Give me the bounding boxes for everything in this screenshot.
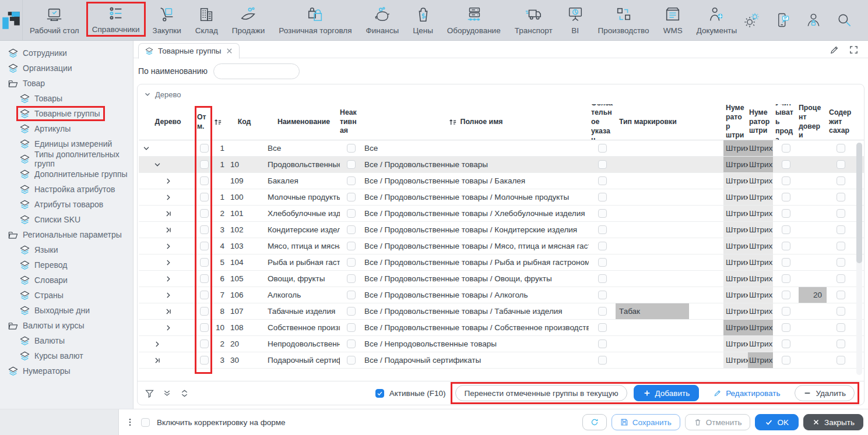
tree-collapse-icon[interactable] xyxy=(153,161,161,169)
row-mark-checkbox[interactable] xyxy=(200,356,209,365)
column-header-tree[interactable]: Дерево xyxy=(139,104,197,140)
sidebar-item[interactable]: Дополнительные группы xyxy=(0,167,133,182)
refresh-button[interactable] xyxy=(582,414,607,430)
tree-expand-icon[interactable] xyxy=(164,307,173,316)
column-header-numerator1[interactable]: Нумератор штри xyxy=(723,104,748,140)
row-required-checkbox[interactable] xyxy=(598,193,607,201)
row-account-checkbox[interactable] xyxy=(782,176,790,185)
tree-expand-icon[interactable] xyxy=(153,340,161,348)
table-row[interactable]: 6 105 Овощи, фрукты Все / Продовольствен… xyxy=(139,271,864,287)
topbar-item[interactable]: Цены xyxy=(406,0,440,40)
row-inactive-checkbox[interactable] xyxy=(347,356,356,365)
column-header-mark[interactable]: Отм. xyxy=(197,104,211,140)
name-filter-input[interactable] xyxy=(213,63,300,79)
topbar-item[interactable]: Рабочий стол xyxy=(23,0,86,40)
sidebar-item[interactable]: Товары xyxy=(0,91,133,106)
row-inactive-checkbox[interactable] xyxy=(347,291,356,299)
row-account-checkbox[interactable] xyxy=(782,323,790,332)
kebab-menu-icon[interactable] xyxy=(126,418,134,427)
table-row[interactable]: 3 102 Кондитерские изделия Все / Продово… xyxy=(139,222,864,238)
sidebar-item[interactable]: Валюты и курсы xyxy=(0,318,133,333)
row-required-checkbox[interactable] xyxy=(598,274,607,283)
tree-expand-icon[interactable] xyxy=(164,259,173,267)
user-account-icon[interactable] xyxy=(806,12,821,28)
row-mark-checkbox[interactable] xyxy=(200,160,209,169)
table-row[interactable]: 1 Все Все Штрих Штрих xyxy=(139,140,864,157)
topbar-item[interactable]: Закупки xyxy=(146,0,188,40)
topbar-item[interactable]: BI xyxy=(560,0,591,40)
row-inactive-checkbox[interactable] xyxy=(347,225,356,234)
save-button[interactable]: Сохранить xyxy=(612,414,680,430)
tree-expand-icon[interactable] xyxy=(164,275,173,283)
row-inactive-checkbox[interactable] xyxy=(347,176,356,185)
active-checkbox[interactable] xyxy=(375,389,384,398)
edit-button[interactable]: Редактировать xyxy=(705,385,788,401)
row-mark-checkbox[interactable] xyxy=(200,144,209,153)
row-inactive-checkbox[interactable] xyxy=(347,193,356,201)
row-sugar-checkbox[interactable] xyxy=(837,193,845,201)
row-account-checkbox[interactable] xyxy=(782,291,790,299)
sidebar-item[interactable]: Страны xyxy=(0,288,133,303)
column-header-inactive[interactable]: Неактивная xyxy=(340,104,362,140)
row-mark-checkbox[interactable] xyxy=(200,193,209,201)
row-required-checkbox[interactable] xyxy=(598,323,607,332)
row-inactive-checkbox[interactable] xyxy=(347,144,356,153)
tree-expand-icon[interactable] xyxy=(164,291,173,299)
search-icon[interactable] xyxy=(837,12,852,28)
row-account-checkbox[interactable] xyxy=(782,144,790,153)
correction-label[interactable]: Включить корректировку на форме xyxy=(157,418,286,427)
sidebar-item[interactable]: Выходные дни xyxy=(0,303,133,318)
topbar-item[interactable]: Склад xyxy=(188,0,225,40)
sidebar-item[interactable]: Типы дополнительных групп xyxy=(0,151,133,167)
add-button[interactable]: Добавить xyxy=(634,385,700,401)
fullscreen-icon[interactable] xyxy=(849,45,859,55)
row-account-checkbox[interactable] xyxy=(782,242,790,250)
table-row[interactable]: 4 103 Мясо, птица и мясная гастрономия В… xyxy=(139,238,864,254)
table-row[interactable]: 8 107 Табачные изделия Все / Продовольст… xyxy=(139,303,864,320)
row-sugar-checkbox[interactable] xyxy=(837,274,845,283)
row-inactive-checkbox[interactable] xyxy=(347,209,356,218)
row-account-checkbox[interactable] xyxy=(782,356,790,365)
topbar-item[interactable]: Розничная торговля xyxy=(272,0,359,40)
table-row[interactable]: 3 30 Подарочный сертификаты Все / Подаро… xyxy=(139,352,864,369)
sidebar-item[interactable]: Словари xyxy=(0,273,133,288)
row-inactive-checkbox[interactable] xyxy=(347,160,356,169)
column-header-numerator2[interactable]: Нумератор штри xyxy=(748,104,773,140)
table-row[interactable]: 1 100 Молочные продукты Все / Продовольс… xyxy=(139,189,864,206)
topbar-item[interactable]: Производство xyxy=(591,0,656,40)
tree-expand-icon[interactable] xyxy=(153,356,161,365)
row-account-checkbox[interactable] xyxy=(782,274,790,283)
app-logo-icon[interactable] xyxy=(0,0,23,40)
row-account-checkbox[interactable] xyxy=(782,160,790,169)
sidebar-item[interactable]: Сотрудники xyxy=(0,45,133,61)
sidebar-item[interactable]: Товар xyxy=(0,76,133,91)
tab-tovarnye-gruppy[interactable]: Товарные группы xyxy=(138,43,240,59)
ok-button[interactable]: OK xyxy=(755,414,799,430)
sidebar-item[interactable]: Нумераторы xyxy=(0,363,133,379)
topbar-item[interactable]: WMS xyxy=(656,0,690,40)
row-sugar-checkbox[interactable] xyxy=(837,144,845,153)
tree-expand-icon[interactable] xyxy=(164,210,173,218)
topbar-item[interactable]: Транспорт xyxy=(508,0,560,40)
row-account-checkbox[interactable] xyxy=(782,258,790,267)
row-mark-checkbox[interactable] xyxy=(200,209,209,218)
column-header-sugar[interactable]: Содержит сахар xyxy=(827,104,855,140)
table-row[interactable]: 10 108 Собственное производство Все / Пр… xyxy=(139,320,864,336)
filter-funnel-icon[interactable] xyxy=(145,388,154,398)
table-row[interactable]: 2 20 Непродовольственные товары Все / Не… xyxy=(139,336,864,352)
column-header-percent[interactable]: Процент довери xyxy=(799,104,827,140)
row-sugar-checkbox[interactable] xyxy=(837,323,845,332)
row-required-checkbox[interactable] xyxy=(598,307,607,316)
row-required-checkbox[interactable] xyxy=(598,225,607,234)
row-required-checkbox[interactable] xyxy=(598,339,607,348)
correction-checkbox[interactable] xyxy=(141,418,150,427)
row-inactive-checkbox[interactable] xyxy=(347,339,356,348)
sidebar-item[interactable]: Валюты xyxy=(0,333,133,348)
scrollbar-thumb[interactable] xyxy=(856,143,862,263)
column-header-marking[interactable]: Тип маркировки xyxy=(616,104,689,140)
row-mark-checkbox[interactable] xyxy=(200,225,209,234)
topbar-item[interactable]: Документы xyxy=(690,0,744,40)
tree-collapse-icon[interactable] xyxy=(142,144,150,153)
table-row[interactable]: 109 Бакалея Все / Продовольственные това… xyxy=(139,173,864,189)
tree-expand-icon[interactable] xyxy=(164,324,173,332)
